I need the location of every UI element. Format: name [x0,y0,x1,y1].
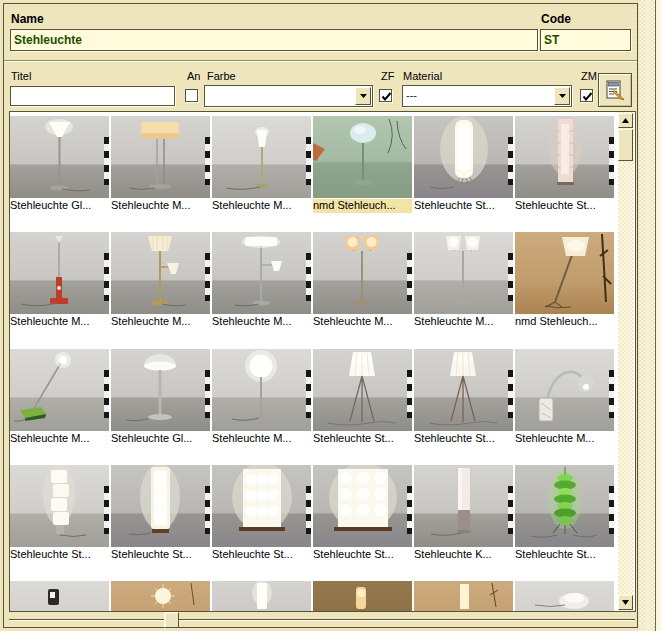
lamp-thumbnail-mushroom[interactable] [111,349,210,431]
lamp-thumbnail-chrome-two[interactable] [212,232,311,314]
grid-item[interactable]: Stehleuchte St... [515,465,614,562]
lamp-thumbnail-r5-column-lit[interactable] [212,581,311,612]
lamp-thumbnail-r5-column-tan[interactable] [414,581,513,612]
zm-checkbox[interactable] [580,89,593,102]
thumbnail-caption[interactable]: Stehleuchte St... [414,432,513,446]
lamp-thumbnail-stacked-cubes[interactable] [10,465,109,547]
thumbnail-caption[interactable]: Stehleuchte St... [414,199,513,213]
lamp-thumbnail-r5-round[interactable] [515,581,614,612]
an-checkbox[interactable] [185,89,198,102]
thumbnail-caption[interactable]: Stehleuchte M... [212,432,311,446]
thumbnail-caption[interactable]: Stehleuchte Gl... [10,199,109,213]
grid-item[interactable]: Stehleuchte M... [111,116,210,213]
grid-item[interactable]: Stehleuchte Gl... [10,116,109,213]
grid-item[interactable]: nmd Stehleuch... [313,116,412,213]
grid-item[interactable]: Stehleuchte M... [111,232,210,329]
lamp-thumbnail-r5-lamp-dark[interactable] [313,581,412,612]
thumbnail-caption[interactable]: Stehleuchte M... [212,199,311,213]
horizontal-slider-track[interactable] [9,619,635,621]
lamp-thumbnail-globe-green[interactable] [313,116,412,198]
code-input[interactable] [540,29,631,51]
thumbnail-caption[interactable]: Stehleuchte M... [313,315,412,329]
grid-item[interactable]: Stehleuchte M... [10,232,109,329]
thumbnail-caption[interactable]: Stehleuchte M... [111,315,210,329]
scroll-up-button[interactable] [618,113,633,128]
grid-item[interactable]: nmd Stehleuch... [515,232,614,329]
lamp-thumbnail-r5-figurine[interactable] [10,581,109,612]
thumbnail-caption[interactable]: Stehleuchte M... [10,432,109,446]
vertical-scrollbar[interactable] [618,112,634,611]
titel-input[interactable] [10,86,175,106]
grid-item[interactable] [414,581,513,612]
thumbnail-caption[interactable]: Stehleuchte St... [313,548,412,562]
lamp-thumbnail-tripod2[interactable] [414,349,513,431]
scroll-down-button[interactable] [618,595,633,610]
report-button[interactable] [598,73,632,107]
lamp-thumbnail-pink-column[interactable] [515,116,614,198]
material-combobox[interactable]: --- [402,85,572,107]
grid-item[interactable] [10,581,109,612]
thumbnail-caption[interactable]: Stehleuchte M... [414,315,513,329]
material-dropdown-button[interactable] [554,87,570,105]
grid-item[interactable]: Stehleuchte St... [313,465,412,562]
grid-item[interactable]: Stehleuchte St... [414,349,513,446]
lamp-thumbnail-double-white[interactable] [414,232,513,314]
lamp-thumbnail-globe-white[interactable] [212,349,311,431]
lamp-thumbnail-brass-two[interactable] [111,232,210,314]
lamp-thumbnail-tan-shade[interactable] [515,232,614,314]
lamp-thumbnail-column-steel[interactable] [414,465,513,547]
vertical-scrollbar-thumb[interactable] [618,129,633,161]
farbe-dropdown-button[interactable] [355,87,371,105]
thumbnail-caption[interactable]: Stehleuchte St... [313,432,412,446]
thumbnail-caption[interactable]: Stehleuchte St... [212,548,311,562]
thumbnail-caption[interactable]: Stehleuchte M... [212,315,311,329]
lamp-thumbnail-cone-up[interactable] [10,116,109,198]
lamp-thumbnail-r5-sparkle[interactable] [111,581,210,612]
grid-item[interactable]: Stehleuchte St... [111,465,210,562]
lamp-thumbnail-tilt-green[interactable] [10,349,109,431]
horizontal-slider-thumb[interactable] [164,612,179,628]
grid-item[interactable] [515,581,614,612]
lamp-thumbnail-red-stem[interactable] [10,232,109,314]
lamp-thumbnail-drum[interactable] [111,116,210,198]
lamp-thumbnail-lit-cylinder[interactable] [414,116,513,198]
thumbnail-caption[interactable]: nmd Stehleuch... [515,315,614,329]
thumbnail-caption[interactable]: Stehleuchte M... [515,432,614,446]
thumbnail-caption[interactable]: Stehleuchte St... [515,548,614,562]
grid-item[interactable]: Stehleuchte St... [414,116,513,213]
grid-item[interactable] [212,581,311,612]
lamp-thumbnail-arc[interactable] [515,349,614,431]
lamp-thumbnail-lit-panel[interactable] [212,465,311,547]
thumbnail-caption[interactable]: Stehleuchte K... [414,548,513,562]
lamp-thumbnail-small-cone[interactable] [212,116,311,198]
grid-item[interactable]: Stehleuchte M... [212,116,311,213]
grid-item[interactable]: Stehleuchte Gl... [111,349,210,446]
grid-item[interactable]: Stehleuchte St... [515,116,614,213]
name-input[interactable] [10,29,538,51]
grid-item[interactable]: Stehleuchte St... [313,349,412,446]
grid-item[interactable]: Stehleuchte M... [414,232,513,329]
thumbnail-caption[interactable]: Stehleuchte St... [111,548,210,562]
grid-item[interactable]: Stehleuchte M... [515,349,614,446]
grid-item[interactable]: Stehleuchte M... [212,349,311,446]
lamp-thumbnail-lit-panel-wide[interactable] [313,465,412,547]
lamp-thumbnail-green-stack[interactable] [515,465,614,547]
thumbnail-caption[interactable]: Stehleuchte St... [515,199,614,213]
lamp-thumbnail-lit-column[interactable] [111,465,210,547]
thumbnail-caption[interactable]: Stehleuchte St... [10,548,109,562]
thumbnail-caption[interactable]: Stehleuchte Gl... [111,432,210,446]
thumbnail-caption[interactable]: Stehleuchte M... [10,315,109,329]
grid-item[interactable]: Stehleuchte K... [414,465,513,562]
grid-item[interactable]: Stehleuchte St... [212,465,311,562]
grid-item[interactable]: Stehleuchte M... [313,232,412,329]
grid-item[interactable]: Stehleuchte M... [212,232,311,329]
thumbnail-caption[interactable]: nmd Stehleuch... [313,199,412,213]
zf-checkbox[interactable] [379,89,392,102]
thumbnail-caption[interactable]: Stehleuchte M... [111,199,210,213]
grid-item[interactable] [313,581,412,612]
grid-item[interactable] [111,581,210,612]
lamp-thumbnail-double-lit[interactable] [313,232,412,314]
farbe-combobox[interactable] [204,85,373,107]
grid-item[interactable]: Stehleuchte M... [10,349,109,446]
grid-item[interactable]: Stehleuchte St... [10,465,109,562]
